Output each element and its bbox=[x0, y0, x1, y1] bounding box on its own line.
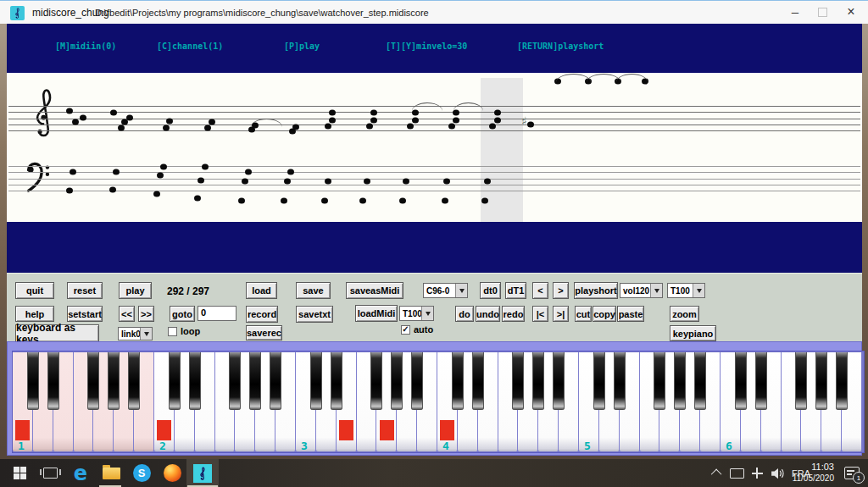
note[interactable] bbox=[163, 125, 170, 131]
quit-button[interactable]: quit bbox=[15, 282, 54, 299]
note[interactable] bbox=[194, 196, 201, 202]
black-key-oct1-1[interactable] bbox=[27, 352, 39, 410]
note[interactable] bbox=[113, 169, 120, 175]
note[interactable] bbox=[484, 179, 491, 185]
tray-device-button[interactable] bbox=[727, 459, 746, 487]
note[interactable] bbox=[325, 124, 331, 130]
step-forward-button[interactable]: > bbox=[553, 282, 569, 299]
note[interactable] bbox=[494, 110, 501, 116]
black-key-oct2-6[interactable] bbox=[270, 352, 281, 410]
note[interactable] bbox=[329, 110, 336, 116]
rewind-button[interactable]: << bbox=[119, 306, 135, 322]
note[interactable] bbox=[443, 179, 450, 185]
note[interactable] bbox=[370, 118, 377, 124]
auto-checkbox[interactable]: ✓auto bbox=[401, 324, 433, 335]
black-key-oct3-5[interactable] bbox=[391, 352, 403, 410]
note[interactable] bbox=[109, 187, 116, 193]
note[interactable] bbox=[287, 169, 294, 175]
keyboard-as-keys-button[interactable]: keyboard as keys bbox=[15, 324, 99, 342]
auto-checkbox-box[interactable]: ✓ bbox=[401, 325, 410, 335]
save-as-midi-button[interactable]: saveasMidi bbox=[346, 282, 403, 299]
black-key-oct2-2[interactable] bbox=[189, 352, 201, 410]
note[interactable] bbox=[370, 110, 377, 116]
note[interactable] bbox=[281, 198, 287, 204]
note[interactable] bbox=[366, 124, 373, 130]
note[interactable] bbox=[238, 198, 245, 204]
tray-expand-button[interactable] bbox=[709, 459, 726, 487]
note[interactable] bbox=[321, 198, 328, 204]
setstart-button[interactable]: setstart bbox=[67, 306, 103, 322]
fastforward-button[interactable]: >> bbox=[138, 306, 154, 322]
link-select-dropdown-button[interactable] bbox=[140, 328, 152, 340]
save-button[interactable]: save bbox=[296, 282, 331, 299]
redo-button[interactable]: redo bbox=[502, 306, 525, 322]
black-key-oct4-5[interactable] bbox=[532, 352, 544, 410]
note[interactable] bbox=[407, 124, 414, 130]
play-button[interactable]: play bbox=[119, 282, 152, 299]
do-button[interactable]: do bbox=[455, 306, 474, 322]
black-key-oct5-2[interactable] bbox=[614, 352, 626, 410]
black-key-oct6-2[interactable] bbox=[755, 352, 767, 410]
note[interactable] bbox=[284, 179, 291, 185]
black-key-oct2-5[interactable] bbox=[249, 352, 261, 410]
black-key-oct5-1[interactable] bbox=[593, 352, 605, 410]
black-key-oct4-1[interactable] bbox=[452, 352, 464, 410]
copy-button[interactable]: copy bbox=[593, 306, 616, 322]
loop-checkbox-box[interactable] bbox=[168, 327, 177, 336]
note[interactable] bbox=[80, 115, 86, 121]
load-midi-button[interactable]: loadMidi bbox=[355, 305, 398, 322]
zoom-button[interactable]: zoom bbox=[670, 306, 699, 322]
skype-button[interactable]: S bbox=[127, 459, 156, 487]
link-select[interactable]: link0 bbox=[118, 327, 153, 340]
keypiano-button[interactable]: keypiano bbox=[670, 325, 716, 341]
black-key-oct1-2[interactable] bbox=[47, 352, 59, 410]
task-view-button[interactable] bbox=[36, 459, 64, 487]
step-back-button[interactable]: < bbox=[532, 282, 548, 299]
note[interactable] bbox=[403, 179, 409, 185]
maximize-button[interactable] bbox=[809, 1, 836, 24]
note[interactable] bbox=[359, 198, 366, 204]
note[interactable] bbox=[481, 198, 488, 204]
note[interactable] bbox=[448, 124, 455, 130]
black-key-oct6-1[interactable] bbox=[735, 352, 747, 410]
instrument-select[interactable]: C96-0 bbox=[423, 283, 468, 298]
black-key-oct3-1[interactable] bbox=[310, 352, 322, 410]
black-key-oct6-4[interactable] bbox=[795, 352, 807, 410]
clock[interactable]: 11:03 11/05/2020 bbox=[793, 462, 834, 484]
note[interactable] bbox=[489, 124, 496, 130]
tray-network-button[interactable] bbox=[748, 459, 766, 487]
black-key-oct5-4[interactable] bbox=[654, 352, 665, 410]
note[interactable] bbox=[329, 118, 336, 124]
tray-volume-button[interactable] bbox=[768, 459, 788, 487]
note[interactable] bbox=[494, 118, 501, 124]
note[interactable] bbox=[442, 198, 448, 204]
black-key-oct5-5[interactable] bbox=[674, 352, 686, 410]
note[interactable] bbox=[412, 118, 419, 124]
instrument-select-dropdown-button[interactable] bbox=[455, 284, 467, 297]
note[interactable] bbox=[70, 169, 76, 175]
black-key-oct3-2[interactable] bbox=[331, 352, 342, 410]
edge-button[interactable]: e bbox=[66, 459, 95, 487]
black-key-oct1-4[interactable] bbox=[87, 352, 99, 410]
note[interactable] bbox=[325, 179, 331, 185]
record-button[interactable]: record bbox=[246, 306, 278, 323]
note[interactable] bbox=[527, 122, 534, 128]
score-area[interactable]: ♯ bbox=[7, 73, 862, 222]
tempo-select-mid[interactable]: T100 bbox=[399, 306, 434, 321]
black-key-oct6-5[interactable] bbox=[815, 352, 827, 410]
note[interactable] bbox=[242, 179, 248, 185]
note[interactable] bbox=[66, 188, 73, 194]
start-button[interactable] bbox=[5, 459, 34, 487]
tempo-select-top[interactable]: T100 bbox=[667, 283, 705, 298]
volume-select[interactable]: vol120 bbox=[620, 283, 663, 298]
note[interactable] bbox=[202, 164, 209, 170]
black-key-oct6-6[interactable] bbox=[836, 352, 848, 410]
note[interactable] bbox=[198, 178, 204, 184]
tempo-select-mid-dropdown-button[interactable] bbox=[421, 307, 433, 320]
help-button[interactable]: help bbox=[15, 306, 54, 322]
goto-button[interactable]: goto bbox=[170, 306, 195, 322]
black-key-oct1-5[interactable] bbox=[108, 352, 120, 410]
reset-button[interactable]: reset bbox=[67, 282, 103, 299]
savetxt-button[interactable]: savetxt bbox=[296, 306, 333, 323]
go-last-button[interactable]: >| bbox=[553, 306, 569, 322]
